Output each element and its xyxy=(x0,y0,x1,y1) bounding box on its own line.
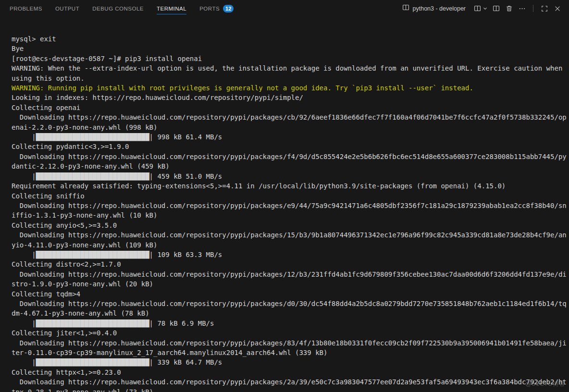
terminal-session-tab[interactable]: python3 - developer xyxy=(402,4,466,13)
panel-header: PROBLEMS OUTPUT DEBUG CONSOLE TERMINAL P… xyxy=(0,0,569,17)
terminal-line: |████████████████████████████| 459 kB 51… xyxy=(12,172,567,181)
terminal-line: Downloading https://repo.huaweicloud.com… xyxy=(12,299,567,308)
close-icon xyxy=(554,5,561,12)
terminal-line: Downloading https://repo.huaweicloud.com… xyxy=(12,230,567,240)
terminal-output[interactable]: mysql> exitBye[root@ecs-devstage-0587 ~]… xyxy=(0,17,569,392)
terminal-line: Collecting anyio<5,>=3.5.0 xyxy=(12,220,567,230)
terminal-panel: PROBLEMS OUTPUT DEBUG CONSOLE TERMINAL P… xyxy=(0,0,569,392)
terminal-line: |████████████████████████████| 998 kB 61… xyxy=(12,132,567,142)
actions-divider xyxy=(533,5,533,12)
tab-label: DEBUG CONSOLE xyxy=(92,6,144,12)
tab-label: OUTPUT xyxy=(55,6,79,12)
terminal-line: Bye xyxy=(12,44,567,53)
terminal-line: Collecting distro<2,>=1.7.0 xyxy=(12,259,567,269)
terminal-session-label: python3 - developer xyxy=(413,5,466,12)
terminal-line: Collecting openai xyxy=(12,103,567,112)
terminal-line: Downloading https://repo.huaweicloud.com… xyxy=(12,201,567,210)
terminal-line: stro-1.9.0-py3-none-any.whl (20 kB) xyxy=(12,279,567,289)
terminal-line: |████████████████████████████| 78 kB 6.9… xyxy=(12,318,567,328)
split-terminal-button[interactable] xyxy=(490,3,502,14)
terminal-line: WARNING: Running pip install with root p… xyxy=(12,83,567,93)
close-panel-button[interactable] xyxy=(552,3,563,14)
terminal-line: iffio-1.3.1-py3-none-any.whl (10 kB) xyxy=(12,210,567,220)
split-terminal-icon xyxy=(493,5,500,12)
terminal-line: Collecting pydantic<3,>=1.9.0 xyxy=(12,142,567,151)
terminal-line: |████████████████████████████| 339 kB 64… xyxy=(12,357,567,367)
panel-tabs: PROBLEMS OUTPUT DEBUG CONSOLE TERMINAL P… xyxy=(10,0,234,17)
terminal-line: Collecting jiter<1,>=0.4.0 xyxy=(12,328,567,338)
terminal-line: [root@ecs-devstage-0587 ~]# pip3 install… xyxy=(12,54,567,63)
terminal-line: Downloading https://repo.huaweicloud.com… xyxy=(12,338,567,348)
chevron-down-icon xyxy=(482,6,488,11)
terminal-line: Downloading https://repo.huaweicloud.com… xyxy=(12,152,567,161)
terminal-line: using this option. xyxy=(12,74,567,83)
terminal-line: WARNING: When the --extra-index-url opti… xyxy=(12,63,567,73)
tab-problems[interactable]: PROBLEMS xyxy=(10,0,42,17)
terminal-session-icon xyxy=(402,4,409,13)
panel-actions: python3 - developer xyxy=(402,3,564,14)
terminal-line: Downloading https://repo.huaweicloud.com… xyxy=(12,112,567,122)
maximize-icon xyxy=(541,5,548,12)
terminal-line: tpx-0.28.1-py3-none-any.whl (73 kB) xyxy=(12,387,567,392)
trash-icon xyxy=(506,5,513,12)
split-pane-icon xyxy=(474,5,481,12)
tab-output[interactable]: OUTPUT xyxy=(55,0,79,17)
terminal-line: dantic-2.12.0-py3-none-any.whl (459 kB) xyxy=(12,161,567,171)
terminal-line: Downloading https://repo.huaweicloud.com… xyxy=(12,377,567,387)
terminal-line: Collecting sniffio xyxy=(12,191,567,201)
ports-badge: 12 xyxy=(223,5,234,12)
terminal-line: Collecting tqdm>4 xyxy=(12,289,567,299)
tab-label: PORTS xyxy=(199,6,220,12)
ellipsis-icon xyxy=(519,5,526,12)
kill-terminal-button[interactable] xyxy=(503,3,515,14)
terminal-line: enai-2.2.0-py3-none-any.whl (998 kB) xyxy=(12,122,567,132)
terminal-line: yio-4.11.0-py3-none-any.whl (109 kB) xyxy=(12,240,567,250)
terminal-profile-dropdown-button[interactable] xyxy=(473,3,489,14)
tab-label: PROBLEMS xyxy=(10,6,42,12)
terminal-line: mysql> exit xyxy=(12,34,567,44)
tab-ports[interactable]: PORTS 12 xyxy=(199,0,234,17)
tab-label: TERMINAL xyxy=(157,6,186,12)
terminal-line: dm-4.67.1-py3-none-any.whl (78 kB) xyxy=(12,308,567,318)
terminal-line: ter-0.11.0-cp39-cp39-manylinux_2_17_aarc… xyxy=(12,348,567,357)
tab-terminal[interactable]: TERMINAL xyxy=(157,0,186,17)
terminal-line: Collecting httpx<1,>=0.23.0 xyxy=(12,368,567,377)
terminal-line: |████████████████████████████| 109 kB 63… xyxy=(12,250,567,259)
maximize-panel-button[interactable] xyxy=(539,3,550,14)
more-actions-button[interactable] xyxy=(516,3,528,14)
terminal-line: Looking in indexes: https://repo.huaweic… xyxy=(12,93,567,102)
terminal-line: Requirement already satisfied: typing-ex… xyxy=(12,181,567,191)
terminal-line: Downloading https://repo.huaweicloud.com… xyxy=(12,270,567,279)
tab-debug-console[interactable]: DEBUG CONSOLE xyxy=(92,0,144,17)
